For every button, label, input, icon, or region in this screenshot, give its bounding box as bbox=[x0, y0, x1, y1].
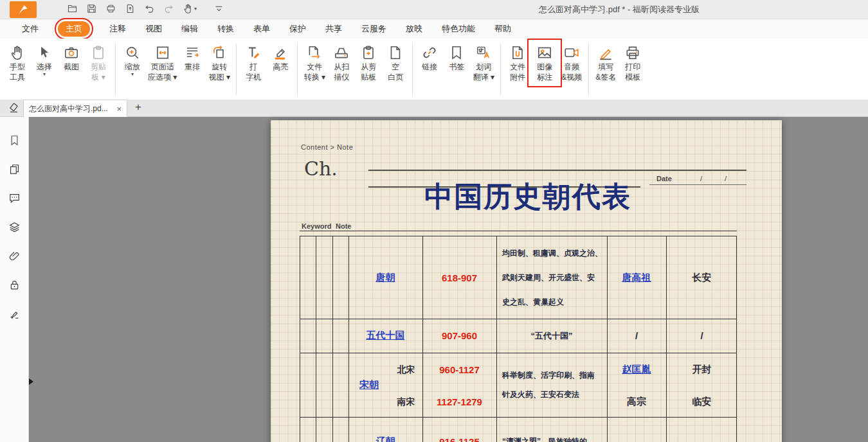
events-line: 针及火药、王安石变法 bbox=[502, 389, 579, 400]
tab-form[interactable]: 表单 bbox=[253, 23, 270, 35]
fill-sign-icon bbox=[597, 44, 614, 62]
sidebar-item-bookmarks[interactable] bbox=[5, 131, 23, 149]
tab-protect[interactable]: 保护 bbox=[289, 23, 306, 35]
period-cell: 1127-1279 bbox=[422, 387, 496, 417]
tab-edit[interactable]: 编辑 bbox=[181, 23, 198, 35]
dynasty-cell: 五代十国 bbox=[348, 319, 422, 353]
tab-help[interactable]: 帮助 bbox=[494, 23, 511, 35]
save-button[interactable] bbox=[85, 2, 98, 15]
ribbon-group-separator bbox=[297, 44, 298, 95]
from-clipboard-button[interactable]: 从剪贴板 bbox=[355, 42, 382, 84]
keyword-label: Keyword bbox=[302, 222, 331, 230]
bookmark-button[interactable]: 书签 bbox=[443, 42, 470, 73]
capital-cell: 开封 bbox=[666, 353, 737, 387]
snapshot-icon bbox=[63, 44, 80, 62]
date-rule bbox=[649, 184, 746, 185]
select-button[interactable]: 选择▾ bbox=[31, 42, 58, 78]
document-tab-bar: 怎么面对高中学习.pd... × + bbox=[0, 100, 868, 117]
pdf-page[interactable]: Content > Note Ch. 中国历史朝代表 Date / / Keyw… bbox=[271, 120, 782, 442]
sidebar-item-pages[interactable] bbox=[5, 160, 23, 178]
period-cell: 618-907 bbox=[422, 236, 496, 319]
print-template-button[interactable]: 打印模板 bbox=[619, 42, 646, 84]
tab-comment[interactable]: 注释 bbox=[109, 23, 126, 35]
rotate-view-button[interactable]: 旋转视图 ▾ bbox=[206, 42, 233, 84]
audio-video-button[interactable]: 音频&视频 bbox=[558, 42, 585, 84]
events-cell: “五代十国” bbox=[496, 319, 607, 353]
fill-sign-button[interactable]: 填写&签名 bbox=[592, 42, 619, 84]
convert-icon bbox=[306, 44, 323, 62]
page-breadcrumb: Content > Note bbox=[301, 143, 353, 151]
from-scanner-button[interactable]: 从扫描仪 bbox=[328, 42, 355, 84]
note-label: Note bbox=[336, 222, 351, 230]
snapshot-button[interactable]: 截图 bbox=[58, 42, 85, 73]
print-button[interactable] bbox=[104, 2, 118, 15]
tab-cloud[interactable]: 云服务 bbox=[361, 23, 386, 35]
ribbon-group-separator bbox=[588, 44, 589, 95]
button-label: 从扫描仪 bbox=[334, 62, 349, 82]
typewriter-button[interactable]: 打字机 bbox=[240, 42, 267, 84]
capital-cell: 长安 bbox=[666, 236, 737, 319]
export-button[interactable] bbox=[123, 2, 137, 15]
close-icon[interactable]: × bbox=[116, 104, 122, 114]
button-label: 打字机 bbox=[246, 62, 261, 82]
open-button[interactable] bbox=[66, 2, 79, 15]
undo-button[interactable] bbox=[143, 2, 156, 15]
foxit-logo[interactable] bbox=[10, 1, 37, 18]
sidebar-item-attachments[interactable] bbox=[5, 247, 23, 265]
highlight-icon bbox=[272, 44, 289, 62]
fit-page-button[interactable]: 页面适应选项 ▾ bbox=[146, 42, 179, 84]
redo-button[interactable] bbox=[162, 2, 176, 15]
tab-present[interactable]: 放映 bbox=[406, 23, 422, 35]
title-rule-top bbox=[368, 170, 746, 171]
customize-button[interactable] bbox=[212, 2, 226, 15]
clipboard-button[interactable]: 剪贴板 ▾ bbox=[85, 42, 112, 84]
document-tab[interactable]: 怎么面对高中学习.pd... × bbox=[23, 100, 127, 117]
reflow-icon bbox=[184, 44, 201, 62]
new-tab-button[interactable]: + bbox=[135, 101, 141, 114]
dynasty-cell: 辽朝 bbox=[348, 417, 422, 442]
button-label: 书签 bbox=[449, 62, 464, 72]
sidebar-item-layers[interactable] bbox=[5, 218, 23, 236]
panel-expand-handle[interactable] bbox=[29, 378, 33, 385]
founder-cell: / bbox=[607, 319, 666, 353]
sub-dynasty-cell: 南宋 bbox=[390, 387, 422, 417]
button-label: 缩放▾ bbox=[125, 62, 140, 77]
link-button[interactable]: 链接 bbox=[416, 42, 443, 73]
fit-page-icon bbox=[154, 44, 171, 62]
sidebar-item-comments[interactable] bbox=[5, 189, 23, 207]
select-icon bbox=[36, 44, 53, 62]
hand-button[interactable]: ▾ bbox=[181, 2, 198, 15]
tab-convert[interactable]: 转换 bbox=[217, 23, 234, 35]
reflow-button[interactable]: 重排 bbox=[179, 42, 206, 73]
period-cell: 916-1125 bbox=[422, 417, 496, 442]
sidebar-item-security[interactable] bbox=[5, 276, 23, 294]
image-annotation-button[interactable]: 图像标注 bbox=[531, 42, 558, 84]
translate-icon bbox=[475, 44, 492, 62]
button-label: 空白页 bbox=[388, 62, 403, 82]
layers-icon bbox=[8, 221, 21, 233]
dynasty-cell: 宋朝 bbox=[348, 353, 390, 417]
tab-view[interactable]: 视图 bbox=[145, 23, 162, 35]
capital-cell: / bbox=[666, 319, 737, 353]
sidebar-item-signature[interactable] bbox=[5, 305, 23, 323]
button-label: 打印模板 bbox=[625, 62, 640, 82]
eraser-icon[interactable] bbox=[8, 102, 20, 114]
hand-tool-button[interactable]: 手型工具 bbox=[4, 42, 31, 84]
founder-cell: 唐高祖 bbox=[607, 236, 666, 319]
tab-share[interactable]: 共享 bbox=[325, 23, 342, 35]
tab-home[interactable]: 主页 bbox=[58, 21, 90, 37]
blank-page-button[interactable]: 空白页 bbox=[382, 42, 409, 84]
quick-access-toolbar: ▾ bbox=[66, 2, 226, 15]
file-attachment-button[interactable]: 文件附件 bbox=[504, 42, 531, 84]
ribbon-group-separator bbox=[412, 44, 413, 95]
translate-button[interactable]: 划词翻译 ▾ bbox=[470, 42, 497, 84]
events-line: 武则天建周、开元盛世、安 bbox=[502, 272, 595, 283]
highlight-button[interactable]: 高亮 bbox=[267, 42, 294, 73]
menu-bar: 文件主页注释视图编辑转换表单保护共享云服务放映特色功能帮助 bbox=[0, 19, 868, 39]
zoom-button[interactable]: 缩放▾ bbox=[119, 42, 146, 78]
events-line: 均田制、租庸调、贞观之治、 bbox=[502, 248, 602, 259]
convert-file-button[interactable]: 文件转换 ▾ bbox=[301, 42, 328, 84]
tab-file[interactable]: 文件 bbox=[22, 23, 39, 35]
tab-features[interactable]: 特色功能 bbox=[442, 23, 475, 35]
events-cell: 均田制、租庸调、贞观之治、 武则天建周、开元盛世、安 史之乱、黄巢起义 bbox=[496, 236, 607, 319]
